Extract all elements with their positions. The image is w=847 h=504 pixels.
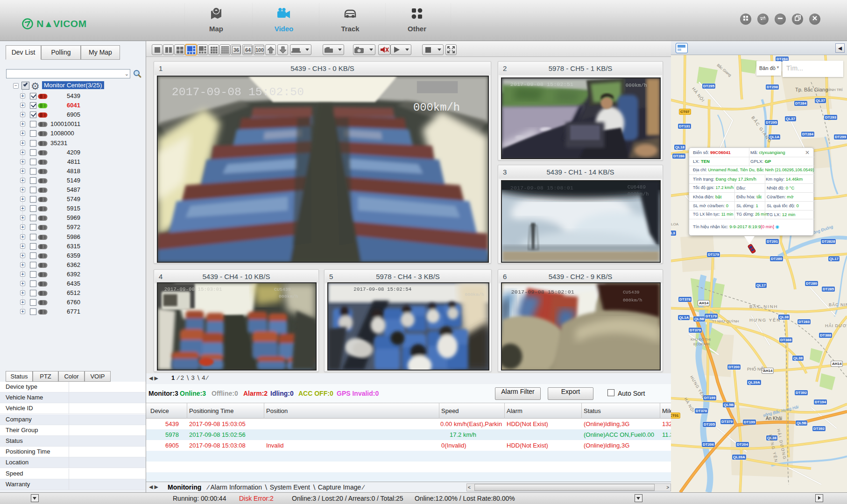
svg-text:2017-09-08 15:02:50: 2017-09-08 15:02:50 xyxy=(172,85,304,98)
svg-text:000km/h: 000km/h xyxy=(413,101,460,114)
svg-text:36: 36 xyxy=(233,47,239,53)
svg-text:000km/h: 000km/h xyxy=(465,292,485,297)
svg-text:000km/h: 000km/h xyxy=(626,83,647,88)
svg-text:100: 100 xyxy=(255,47,264,53)
svg-text:2017-09-08 15:08:01: 2017-09-08 15:08:01 xyxy=(510,185,573,191)
svg-text:2017-09-08 15:02:54: 2017-09-08 15:02:54 xyxy=(353,287,411,292)
svg-text:2017-09-08 15:02:51: 2017-09-08 15:02:51 xyxy=(510,81,573,88)
svg-text:000km/h: 000km/h xyxy=(628,191,649,197)
svg-text:CU5439: CU5439 xyxy=(623,290,640,295)
svg-text:2017-09-08 15:03:01: 2017-09-08 15:03:01 xyxy=(164,287,222,292)
svg-text:CU5439: CU5439 xyxy=(274,287,291,292)
svg-text:64: 64 xyxy=(245,47,251,53)
svg-text:000km/h: 000km/h xyxy=(623,298,642,303)
svg-text:CU6489: CU6489 xyxy=(628,184,646,190)
svg-text:000km/h: 000km/h xyxy=(279,294,298,299)
svg-text:2017-09-08 15:02:01: 2017-09-08 15:02:01 xyxy=(511,289,574,295)
